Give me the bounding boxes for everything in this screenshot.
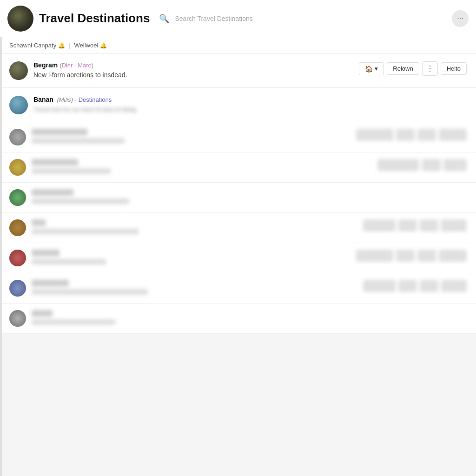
avatar-begram xyxy=(9,61,28,80)
post-body-banan: Banan (Milis) · Destinations Travel text… xyxy=(33,96,467,114)
blurred-avatar-3 xyxy=(9,219,26,236)
post-body-begram: Begram (Dier · Maro) New l-form aoretion… xyxy=(33,61,353,80)
action-home-button[interactable]: 🏠 ▾ xyxy=(359,62,384,75)
post-author-line-begram: Begram (Dier · Maro) xyxy=(33,61,353,69)
blurred-title-3 xyxy=(32,219,46,226)
blurred-body-2 xyxy=(32,189,467,204)
blurred-chip-3d xyxy=(441,219,467,231)
search-icon[interactable]: 🔍 xyxy=(159,13,169,24)
blurred-avatar-6 xyxy=(9,310,26,327)
blurred-actions-4 xyxy=(356,250,467,262)
blurred-body-0 xyxy=(32,129,350,144)
blurred-subtitle-0 xyxy=(32,138,125,144)
blurred-body-3 xyxy=(32,219,357,234)
post-item-begram: Begram (Dier · Maro) New l-form aoretion… xyxy=(0,54,476,88)
blurred-chip-3a xyxy=(363,219,396,231)
action-hello-button[interactable]: Helto xyxy=(441,62,467,75)
blurred-title-2 xyxy=(32,189,73,196)
blurred-item-3 xyxy=(0,213,476,243)
blurred-chip-4b xyxy=(396,250,415,262)
header-title: Travel Destinations xyxy=(39,11,150,26)
post-text-banan: Travel text for our best Sl dest At Beii… xyxy=(33,105,467,114)
left-sidebar-bar xyxy=(0,0,2,476)
blurred-subtitle-1 xyxy=(32,168,111,174)
blurred-chip-0a xyxy=(356,129,393,141)
blurred-actions-3 xyxy=(363,219,467,231)
action-relown-button[interactable]: Relown xyxy=(387,62,419,75)
avatar-banan xyxy=(9,96,28,114)
post-author-line-banan: Banan (Milis) · Destinations xyxy=(33,96,467,103)
channel-tag-begram: (Dier · Maro) xyxy=(60,62,93,69)
blurred-subtitle-3 xyxy=(32,229,139,234)
blurred-item-0 xyxy=(0,122,476,152)
blurred-chip-4d xyxy=(439,250,467,262)
blurred-item-5 xyxy=(0,273,476,304)
blurred-title-4 xyxy=(32,250,60,256)
breadcrumb-item-1: Schawni Canpaty 🔔 xyxy=(9,42,65,49)
dot-separator: · xyxy=(75,96,77,103)
author-name-banan: Banan xyxy=(33,96,53,103)
blurred-chip-4a xyxy=(356,250,393,262)
blurred-chip-0d xyxy=(439,129,467,141)
blurred-chip-5a xyxy=(363,280,396,292)
breadcrumb-label-2: Wellwoel xyxy=(74,42,99,49)
blurred-avatar-1 xyxy=(9,159,26,176)
blurred-chip-0c xyxy=(417,129,436,141)
channel-milis: (Milis) xyxy=(57,96,73,103)
blurred-chip-1b xyxy=(422,159,441,171)
blurred-subtitle-6 xyxy=(32,319,115,325)
blurred-subtitle-5 xyxy=(32,289,148,295)
blurred-body-6 xyxy=(32,310,467,325)
blurred-title-6 xyxy=(32,310,53,317)
more-dots-icon: ⋮ xyxy=(426,64,434,73)
blurred-avatar-2 xyxy=(9,189,26,206)
channel-tag-banan: (Milis) xyxy=(55,96,73,103)
blurred-body-4 xyxy=(32,250,350,264)
breadcrumb: Schawni Canpaty 🔔 | Wellwoel 🔔 xyxy=(0,37,476,54)
post-text-begram: New l-form aoretions to insdead. xyxy=(33,71,353,80)
blurred-subtitle-2 xyxy=(32,198,129,204)
breadcrumb-label-1: Schawni Canpaty xyxy=(9,42,56,49)
breadcrumb-icon-1: 🔔 xyxy=(58,42,65,49)
blurred-chip-5c xyxy=(420,280,438,292)
home-dropdown-icon: ▾ xyxy=(375,65,378,72)
blurred-title-5 xyxy=(32,280,69,286)
blurred-chip-3c xyxy=(420,219,438,231)
group-avatar xyxy=(7,6,33,32)
home-icon: 🏠 xyxy=(365,65,373,73)
blurred-chip-5b xyxy=(398,280,417,292)
author-name-begram: Begram xyxy=(33,61,58,69)
breadcrumb-icon-2: 🔔 xyxy=(100,42,107,49)
blurred-item-4 xyxy=(0,243,476,273)
blurred-chip-1c xyxy=(443,159,467,171)
header-action-icon: ··· xyxy=(457,14,463,23)
blurred-actions-1 xyxy=(377,159,467,171)
blurred-actions-5 xyxy=(363,280,467,292)
blurred-chip-4c xyxy=(417,250,436,262)
blurred-avatar-0 xyxy=(9,129,26,145)
blurred-avatar-4 xyxy=(9,250,26,266)
header-action-button[interactable]: ··· xyxy=(452,10,469,27)
content-area: Begram (Dier · Maro) New l-form aoretion… xyxy=(0,54,476,334)
post-item-banan: Banan (Milis) · Destinations Travel text… xyxy=(0,88,476,122)
breadcrumb-separator: | xyxy=(69,42,70,49)
blurred-title-1 xyxy=(32,159,78,165)
search-placeholder[interactable]: Search Travel Destinations xyxy=(175,15,446,22)
action-more-button[interactable]: ⋮ xyxy=(422,61,438,76)
breadcrumb-item-2: Wellwoel 🔔 xyxy=(74,42,107,49)
blurred-item-1 xyxy=(0,152,476,183)
blurred-chip-1a xyxy=(377,159,419,171)
blurred-chip-5d xyxy=(441,280,467,292)
blurred-item-6 xyxy=(0,304,476,334)
post-actions-begram: 🏠 ▾ Relown ⋮ Helto xyxy=(359,61,467,76)
blurred-body-1 xyxy=(32,159,372,174)
blurred-chip-3b xyxy=(398,219,417,231)
blurred-actions-0 xyxy=(356,129,467,141)
blurred-body-5 xyxy=(32,280,357,295)
blurred-subtitle-4 xyxy=(32,259,106,264)
blurred-avatar-5 xyxy=(9,280,26,297)
header: Travel Destinations 🔍 Search Travel Dest… xyxy=(0,0,476,37)
blurred-item-2 xyxy=(0,183,476,213)
destinations-link[interactable]: Destinations xyxy=(79,96,112,103)
blurred-title-0 xyxy=(32,129,87,135)
